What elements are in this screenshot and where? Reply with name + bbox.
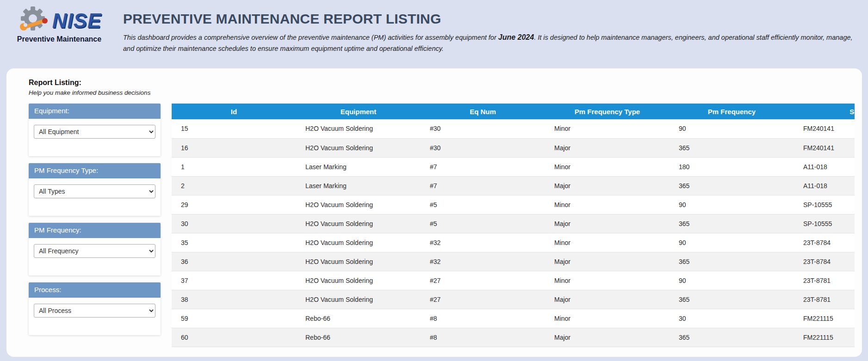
table-cell: Major: [545, 176, 670, 195]
table-cell: 90: [670, 233, 794, 252]
table-cell: Laser Marking: [296, 176, 421, 195]
table-cell: Minor: [545, 233, 670, 252]
column-header: Seri: [794, 104, 855, 119]
table-row: 15H2O Vacuum Soldering#30Minor90FM240141: [172, 119, 855, 138]
table-cell: H2O Vacuum Soldering: [296, 195, 421, 214]
table-body: 15H2O Vacuum Soldering#30Minor90FM240141…: [172, 119, 855, 347]
table-cell: 365: [670, 214, 794, 233]
table-cell: Rebo-66: [296, 309, 421, 328]
filter-block: Equipment:All Equipment: [29, 104, 161, 156]
table-cell: #27: [421, 271, 545, 290]
filter-body: All Equipment: [29, 119, 161, 156]
table-cell: 38: [172, 290, 296, 309]
table-cell: Major: [545, 328, 670, 347]
logo-title: NISE: [52, 9, 102, 32]
filter-block: PM Frequency Type:All Types: [29, 163, 161, 216]
filter-select[interactable]: All Frequency: [34, 244, 155, 258]
table-cell: H2O Vacuum Soldering: [296, 138, 421, 157]
table-cell: #32: [421, 252, 545, 271]
table-cell: H2O Vacuum Soldering: [296, 119, 421, 138]
filter-panel: Equipment:All EquipmentPM Frequency Type…: [29, 104, 161, 347]
table-row: 16H2O Vacuum Soldering#30Major365FM24014…: [172, 138, 855, 157]
table-cell: 29: [172, 195, 296, 214]
table-cell: 90: [670, 195, 794, 214]
page: NISE Preventive Maintenance PREVENTIVE M…: [0, 0, 868, 357]
report-subtitle: Help you make informed business decision…: [29, 89, 855, 96]
table-cell: 2: [172, 176, 296, 195]
description-highlight: June 2024: [498, 33, 534, 41]
header: NISE Preventive Maintenance PREVENTIVE M…: [0, 0, 868, 68]
table-cell: A11-018: [794, 157, 855, 176]
table-cell: H2O Vacuum Soldering: [296, 214, 421, 233]
report-title: Report Listing:: [29, 79, 855, 87]
filter-label: PM Frequency:: [29, 223, 161, 238]
table-row: 2Laser Marking#7Major365A11-018: [172, 176, 855, 195]
table-cell: FM221115: [794, 328, 855, 347]
table-cell: 1: [172, 157, 296, 176]
filter-body: All Frequency: [29, 238, 161, 275]
table-cell: #5: [421, 195, 545, 214]
column-header: Id: [172, 104, 296, 119]
report-content: Equipment:All EquipmentPM Frequency Type…: [29, 104, 855, 347]
filter-select[interactable]: All Process: [34, 304, 155, 318]
logo: NISE Preventive Maintenance: [14, 6, 105, 43]
table-cell: A11-018: [794, 176, 855, 195]
table-cell: H2O Vacuum Soldering: [296, 233, 421, 252]
table-cell: #27: [421, 290, 545, 309]
table-cell: Minor: [545, 195, 670, 214]
page-title: PREVENTIVE MAINTENANCE REPORT LISTING: [123, 11, 854, 27]
filter-label: Equipment:: [29, 104, 161, 119]
table-cell: 23T-8784: [794, 252, 855, 271]
table-cell: 365: [670, 176, 794, 195]
filter-label: PM Frequency Type:: [29, 163, 161, 178]
table-cell: 365: [670, 328, 794, 347]
table-cell: Minor: [545, 271, 670, 290]
table-row: 38H2O Vacuum Soldering#27Major36523T-878…: [172, 290, 855, 309]
table-cell: Rebo-66: [296, 328, 421, 347]
column-header: Equipment: [296, 104, 421, 119]
table-cell: 23T-8784: [794, 233, 855, 252]
filter-block: Process:All Process: [29, 282, 161, 335]
filter-body: All Types: [29, 178, 161, 216]
table-cell: 35: [172, 233, 296, 252]
table-cell: 23T-8781: [794, 290, 855, 309]
filter-select[interactable]: All Types: [34, 184, 155, 198]
table-row: 59Rebo-66#8Minor30FM221115: [172, 309, 855, 328]
table-cell: 15: [172, 119, 296, 138]
table-container: IdEquipmentEq NumPm Frequency TypePm Fre…: [172, 104, 855, 347]
table-cell: #32: [421, 233, 545, 252]
table-cell: 365: [670, 290, 794, 309]
table-cell: 30: [670, 309, 794, 328]
gear-wrench-icon: [17, 6, 51, 35]
table-cell: Minor: [545, 157, 670, 176]
table-cell: 180: [670, 157, 794, 176]
logo-subtitle: Preventive Maintenance: [14, 35, 105, 43]
table-cell: 16: [172, 138, 296, 157]
table-cell: Minor: [545, 309, 670, 328]
filter-body: All Process: [29, 298, 161, 335]
table-row: 36H2O Vacuum Soldering#32Major36523T-878…: [172, 252, 855, 271]
table-row: 37H2O Vacuum Soldering#27Minor9023T-8781: [172, 271, 855, 290]
filter-block: PM Frequency:All Frequency: [29, 223, 161, 275]
table-cell: 60: [172, 328, 296, 347]
table-cell: FM240141: [794, 119, 855, 138]
table-cell: #7: [421, 157, 545, 176]
table-cell: 23T-8781: [794, 271, 855, 290]
table-row: 29H2O Vacuum Soldering#5Minor90SP-10555: [172, 195, 855, 214]
description-prefix: This dashboard provides a comprehensive …: [123, 34, 498, 41]
table-cell: #7: [421, 176, 545, 195]
filter-label: Process:: [29, 282, 161, 298]
table-cell: SP-10555: [794, 195, 855, 214]
table-cell: Major: [545, 252, 670, 271]
table-cell: FM240141: [794, 138, 855, 157]
table-cell: #8: [421, 309, 545, 328]
table-cell: H2O Vacuum Soldering: [296, 271, 421, 290]
table-cell: Major: [545, 214, 670, 233]
table-cell: 365: [670, 252, 794, 271]
filter-select[interactable]: All Equipment: [34, 125, 155, 139]
column-header: Pm Frequency Type: [545, 104, 670, 119]
table-cell: H2O Vacuum Soldering: [296, 252, 421, 271]
table-cell: 59: [172, 309, 296, 328]
table-cell: 90: [670, 119, 794, 138]
table-cell: Minor: [545, 119, 670, 138]
